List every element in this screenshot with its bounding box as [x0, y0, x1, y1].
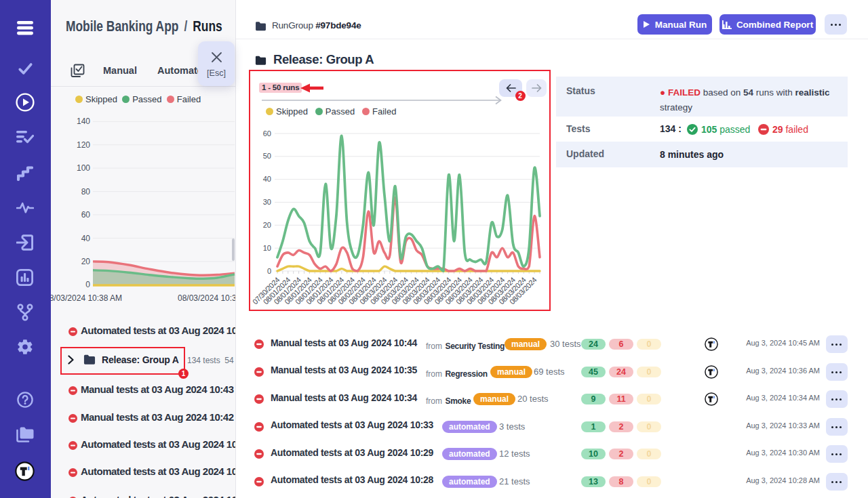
svg-text:120: 120	[77, 140, 90, 150]
svg-text:140: 140	[77, 117, 90, 126]
svg-text:80: 80	[81, 187, 91, 196]
svg-text:20: 20	[81, 257, 91, 266]
svg-text:60: 60	[81, 210, 91, 220]
svg-text:100: 100	[77, 163, 90, 173]
svg-text:40: 40	[81, 234, 91, 243]
svg-text:0: 0	[85, 280, 90, 289]
